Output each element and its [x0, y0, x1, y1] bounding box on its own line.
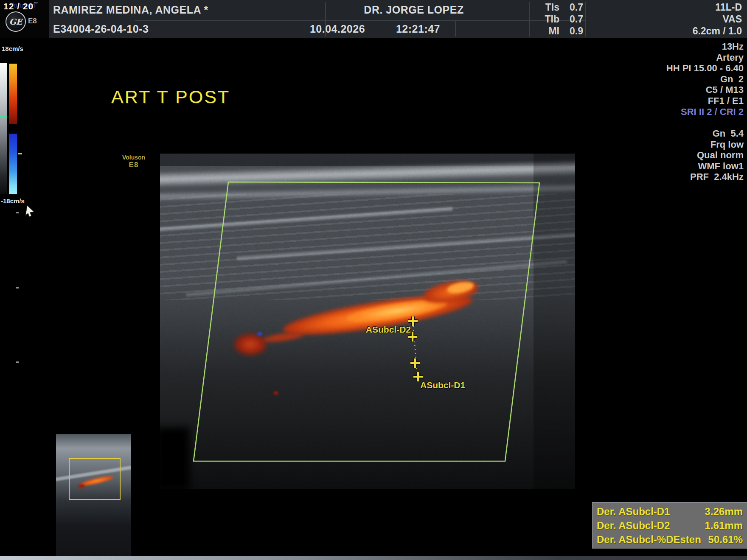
measurement-results-box: Der. ASubcl-D1 3.26mm Der. ASubcl-D2 1.6… — [592, 502, 747, 549]
param-wall-filter: WMF low1 — [565, 161, 744, 172]
param-map: C5 / M13 — [565, 84, 744, 95]
depth-frequency: 6.2cm / 1.0 — [589, 25, 742, 37]
ge-logo-icon: GE — [6, 11, 26, 32]
param-frame-filter: FF1 / E1 — [565, 95, 744, 106]
measurement-value: 50.61% — [708, 532, 743, 546]
header-divider-2 — [455, 21, 456, 36]
header-divider-3 — [529, 2, 530, 36]
measurement-row: Der. ASubcl-%DEsten 50.61% — [597, 532, 743, 546]
preset-name: VAS — [589, 13, 742, 25]
caliper-label-d1: ASubcl-D1 — [420, 380, 465, 390]
voluson-watermark-line2: E8 — [115, 161, 153, 169]
measurement-label: Der. ASubcl-%DEsten — [597, 532, 701, 546]
ultrasound-image — [160, 154, 575, 489]
grayscale-marker-tick — [0, 116, 7, 118]
velocity-scale-max: 18cm/s — [2, 45, 23, 52]
param-prf: PRF 2.4kHz — [565, 171, 744, 182]
patient-name: RAMIREZ MEDINA, ANGELA * — [53, 4, 208, 16]
ti-label: MI — [537, 25, 559, 37]
system-model-label: E8 — [28, 17, 37, 25]
param-color-gain: Gn 5.4 — [565, 128, 744, 139]
measurement-value: 1.61mm — [705, 518, 743, 532]
voluson-watermark-line1: Voluson — [115, 154, 153, 161]
thermal-index-block: TIs0.7 TIb0.7 MI0.9 — [537, 1, 583, 37]
physician-name: DR. JORGE LOPEZ — [329, 4, 499, 16]
header-divider-horizontal — [135, 20, 585, 21]
velocity-scale-min: -18cm/s — [1, 197, 25, 204]
param-gain: Gn 2 — [565, 74, 744, 85]
measurement-label: Der. ASubcl-D1 — [597, 504, 670, 518]
trademark-glyph: ™ — [34, 1, 38, 6]
param-application: Artery — [565, 52, 744, 63]
exam-date: 10.04.2026 — [295, 23, 380, 35]
thumb-roi-box — [69, 458, 121, 500]
ti-value: 0.9 — [564, 25, 583, 37]
header-divider-4 — [585, 2, 586, 36]
measurement-value: 3.26mm — [705, 504, 743, 518]
frame-counter-value: 12 / 20 — [3, 1, 34, 11]
doppler-colorbar-positive — [9, 64, 17, 124]
speckle-noise-overlay — [160, 154, 575, 489]
cursor-arrow-icon[interactable] — [25, 205, 34, 217]
bottom-status-strip — [0, 556, 747, 560]
depth-tick — [16, 212, 19, 213]
param-color-frequency: Frq low — [565, 139, 744, 150]
depth-tick — [16, 361, 19, 363]
cine-frame-counter: 12 / 20™ — [3, 1, 38, 11]
measurement-row: Der. ASubcl-D2 1.61mm — [597, 518, 743, 532]
caliper-label-d2: ASubcl-D2 — [358, 325, 411, 335]
baseline-marker — [18, 153, 22, 154]
grayscale-bar — [0, 63, 7, 194]
patient-id: E34004-26-04-10-3 — [53, 23, 149, 35]
param-color-quality: Qual norm — [565, 150, 744, 161]
ultrasound-screen: Voluson 12 / 20™ GE E8 RAMIREZ MEDINA, A… — [0, 0, 747, 560]
exam-annotation-text: ART T POST — [111, 87, 230, 107]
param-power: HH PI 15.00 - 6.40 — [565, 63, 744, 74]
ti-value: 0.7 — [564, 1, 583, 13]
exam-time: 12:21:47 — [376, 23, 461, 35]
ti-value: 0.7 — [564, 13, 583, 25]
voluson-watermark: Voluson E8 — [115, 154, 153, 169]
param-frame-rate: 13Hz — [565, 41, 744, 52]
measurement-label: Der. ASubcl-D2 — [597, 518, 670, 532]
doppler-colorbar-negative — [9, 134, 17, 194]
color-parameter-column: Gn 5.4 Frq low Qual norm WMF low1 PRF 2.… — [565, 128, 744, 182]
param-sri-cri: SRI II 2 / CRI 2 — [565, 106, 744, 118]
depth-tick — [16, 287, 19, 288]
ge-monogram: GE — [9, 17, 22, 26]
ti-label: TIb — [537, 13, 559, 25]
ti-label: TIs — [537, 1, 559, 13]
patient-header-bar: RAMIREZ MEDINA, ANGELA * E34004-26-04-10… — [49, 0, 747, 38]
top-left-corner-panel: Voluson 12 / 20™ GE E8 — [0, 0, 49, 38]
probe-name: 11L-D — [589, 1, 742, 13]
bmode-parameter-column: 13Hz Artery HH PI 15.00 - 6.40 Gn 2 C5 /… — [565, 41, 744, 117]
measurement-row: Der. ASubcl-D1 3.26mm — [597, 504, 743, 518]
probe-info-block: 11L-D VAS 6.2cm / 1.0 — [589, 1, 742, 37]
clipboard-thumbnail[interactable] — [56, 434, 131, 556]
